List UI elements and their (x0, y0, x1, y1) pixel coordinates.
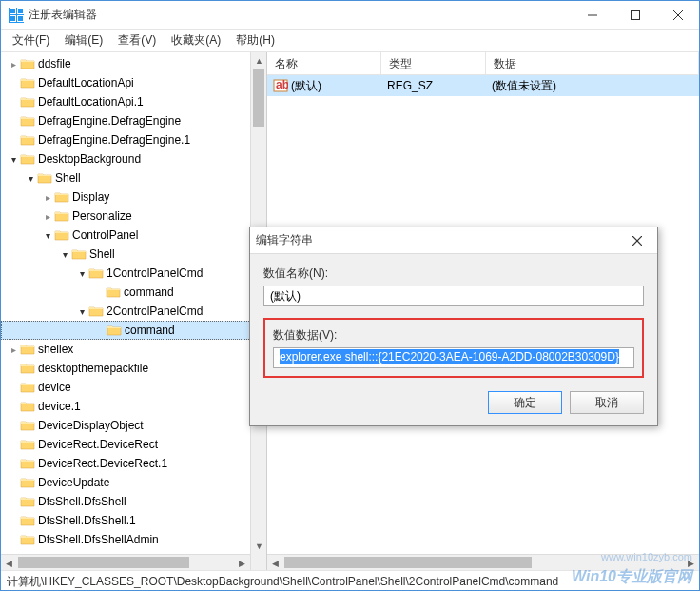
minimize-button[interactable] (571, 1, 613, 30)
tree-item-label: device.1 (38, 400, 81, 413)
tree-item[interactable]: ▾ControlPanel (1, 226, 266, 245)
value-data-label: 数值数据(V): (273, 327, 634, 344)
tree-item[interactable]: ▸device.1 (1, 397, 266, 416)
tree-item-label: Shell (89, 247, 115, 261)
tree-item[interactable]: ▸DeviceUpdate (1, 473, 266, 492)
svg-text:ab: ab (276, 78, 288, 91)
menu-edit[interactable]: 编辑(E) (57, 30, 110, 51)
folder-icon (20, 381, 35, 394)
chevron-down-icon[interactable]: ▾ (58, 249, 71, 260)
menu-favorites[interactable]: 收藏夹(A) (164, 30, 228, 51)
folder-icon (20, 400, 35, 413)
tree-item[interactable]: ▸DeviceRect.DeviceRect.1 (1, 454, 266, 473)
cancel-button[interactable]: 取消 (570, 391, 644, 414)
highlight-annotation: 数值数据(V): explorer.exe shell:::{21EC2020-… (263, 318, 644, 378)
dialog-titlebar[interactable]: 编辑字符串 (250, 227, 657, 254)
tree-item-label: DefaultLocationApi (38, 76, 134, 89)
folder-icon (88, 305, 104, 318)
edit-string-dialog: 编辑字符串 数值名称(N): 数值数据(V): explorer.exe she… (249, 227, 658, 426)
ok-button[interactable]: 确定 (488, 391, 562, 414)
tree-item[interactable]: ▸shellex (1, 340, 266, 359)
tree-item[interactable]: ▸DefragEngine.DefragEngine (1, 111, 266, 130)
maximize-button[interactable] (613, 1, 656, 30)
scroll-down-icon[interactable]: ▼ (251, 538, 267, 554)
tree-item[interactable]: ▾2ControlPanelCmd (1, 302, 266, 321)
folder-icon (20, 57, 35, 70)
list-row[interactable]: ab(默认)REG_SZ(数值未设置) (267, 75, 699, 96)
tree-item[interactable]: ▸desktopthemepackfile (1, 359, 266, 378)
tree-item-label: DfsShell.DfsShellAdmin (38, 533, 159, 546)
tree-item[interactable]: ▾1ControlPanelCmd (1, 264, 266, 283)
chevron-down-icon[interactable]: ▾ (41, 230, 54, 241)
svg-rect-1 (631, 10, 639, 19)
tree-item[interactable]: ▸command (1, 321, 266, 340)
column-name[interactable]: 名称 (267, 52, 381, 74)
value-name: (默认) (291, 79, 321, 92)
folder-icon (20, 343, 35, 356)
tree-item[interactable]: ▸Display (1, 187, 266, 207)
chevron-down-icon[interactable]: ▾ (75, 306, 88, 317)
tree-panel[interactable]: ▸ddsfile▸DefaultLocationApi▸DefaultLocat… (1, 52, 267, 570)
chevron-down-icon[interactable]: ▾ (24, 173, 37, 184)
chevron-right-icon[interactable]: ▸ (7, 345, 20, 355)
watermark-url: www.win10zyb.com (601, 551, 692, 562)
folder-icon (71, 247, 87, 261)
tree-item[interactable]: ▸device (1, 378, 266, 397)
titlebar[interactable]: 注册表编辑器 (1, 1, 699, 30)
close-button[interactable] (656, 1, 699, 30)
tree-item-label: DeviceRect.DeviceRect (38, 438, 158, 451)
folder-icon (37, 171, 52, 185)
tree-item[interactable]: ▸command (1, 283, 266, 302)
menubar: 文件(F) 编辑(E) 查看(V) 收藏夹(A) 帮助(H) (1, 30, 699, 52)
tree-item[interactable]: ▸DeviceDisplayObject (1, 416, 266, 435)
column-type[interactable]: 类型 (381, 52, 486, 74)
tree-item-label: command (124, 286, 174, 299)
dialog-close-button[interactable] (623, 231, 651, 250)
tree-item[interactable]: ▾DesktopBackground (1, 149, 266, 168)
tree-item[interactable]: ▸DefaultLocationApi (1, 73, 266, 92)
scroll-right-icon[interactable]: ▶ (234, 555, 250, 570)
scrollbar-thumb[interactable] (253, 69, 264, 127)
tree-item[interactable]: ▾Shell (1, 168, 266, 187)
chevron-right-icon[interactable]: ▸ (41, 211, 54, 222)
tree-horizontal-scrollbar[interactable]: ◀ ▶ (1, 554, 250, 570)
tree-item-label: DefaultLocationApi.1 (38, 95, 144, 108)
chevron-down-icon[interactable]: ▾ (7, 154, 20, 165)
list-header: 名称 类型 数据 (267, 52, 699, 75)
chevron-right-icon[interactable]: ▸ (7, 59, 20, 69)
tree-item[interactable]: ▸DfsShell.DfsShell (1, 492, 266, 511)
menu-view[interactable]: 查看(V) (110, 30, 164, 51)
folder-icon (20, 495, 35, 508)
tree-item[interactable]: ▸DefragEngine.DefragEngine.1 (1, 130, 266, 149)
tree-item[interactable]: ▸DeviceRect.DeviceRect (1, 435, 266, 454)
value-name-input[interactable] (263, 286, 644, 306)
tree-item-label: DeviceDisplayObject (38, 419, 144, 432)
tree-item-label: Personalize (72, 209, 132, 223)
tree-item[interactable]: ▸DefaultLocationApi.1 (1, 92, 266, 111)
chevron-right-icon[interactable]: ▸ (41, 192, 54, 203)
tree-item[interactable]: ▸Personalize (1, 207, 266, 226)
scroll-left-icon[interactable]: ◀ (1, 555, 17, 570)
folder-icon (20, 476, 35, 489)
chevron-down-icon[interactable]: ▾ (75, 268, 88, 279)
column-data[interactable]: 数据 (486, 52, 699, 74)
tree-item-label: DfsShell.DfsShell (38, 495, 126, 508)
tree-item-label: DefragEngine.DefragEngine.1 (38, 133, 190, 147)
tree-item[interactable]: ▸DfsShell.DfsShell.1 (1, 511, 266, 530)
tree-item[interactable]: ▾Shell (1, 245, 266, 264)
tree-item-label: DfsShell.DfsShell.1 (38, 514, 136, 527)
tree-item[interactable]: ▸DfsShell.DfsShellAdmin (1, 530, 266, 549)
menu-file[interactable]: 文件(F) (5, 30, 57, 51)
menu-help[interactable]: 帮助(H) (228, 30, 282, 51)
value-data-input[interactable]: explorer.exe shell:::{21EC2020-3AEA-1069… (273, 347, 634, 368)
scroll-up-icon[interactable]: ▲ (251, 52, 267, 69)
tree-item[interactable]: ▸ddsfile (1, 54, 266, 73)
folder-icon (20, 533, 35, 546)
scroll-left-icon[interactable]: ◀ (267, 555, 283, 571)
scrollbar-thumb[interactable] (18, 557, 189, 568)
scrollbar-thumb[interactable] (284, 557, 532, 568)
folder-icon (20, 362, 35, 375)
tree-item-label: desktopthemepackfile (38, 362, 148, 375)
value-data: (数值未设置) (486, 76, 699, 96)
folder-icon (20, 419, 35, 432)
